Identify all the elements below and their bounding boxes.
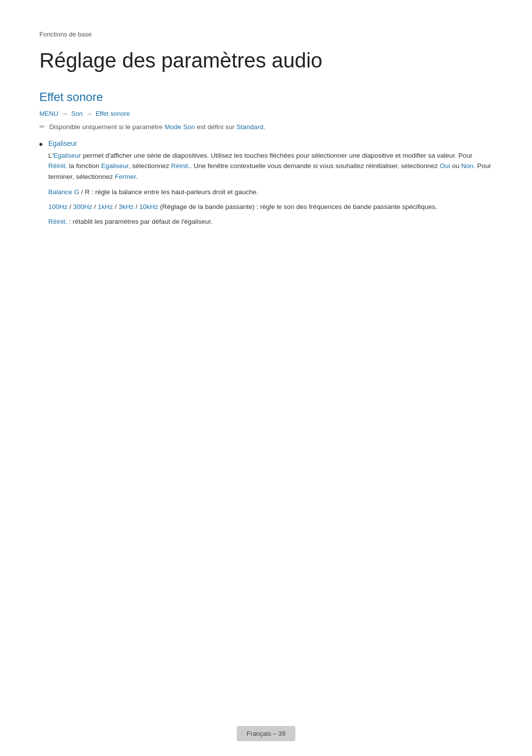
arrow2: → [86, 110, 92, 117]
balance-text: Balance G / R : règle la balance entre l… [48, 187, 493, 198]
footer-text: Français – 39 [247, 730, 286, 737]
sep3: / [113, 203, 118, 210]
desc-mid2: la fonction [67, 162, 101, 170]
pencil-icon: ✏ [39, 123, 45, 131]
bullet-section: Egaliseur L'Egaliseur permet d'afficher … [39, 139, 493, 231]
balance-link[interactable]: Balance G [48, 188, 79, 196]
reinit-final-link[interactable]: Réinit. [48, 218, 67, 225]
note-text: Disponible uniquement si le paramètre Mo… [49, 122, 265, 132]
freq-rest: (Réglage de la bande passante) : règle l… [158, 203, 437, 210]
reinit-text: Réinit. : rétablit les paramètres par dé… [48, 216, 493, 227]
desc-mid4: . Une fenêtre contextuelle vous demande … [190, 162, 439, 170]
egaliseur-title[interactable]: Egaliseur [48, 139, 493, 147]
1khz-link[interactable]: 1kHz [98, 203, 113, 210]
note-middle: est défini sur [197, 123, 236, 131]
bullet-row: Egaliseur L'Egaliseur permet d'afficher … [39, 139, 493, 231]
10khz-link[interactable]: 10kHz [139, 203, 158, 210]
100hz-link[interactable]: 100Hz [48, 203, 67, 210]
page-title: Réglage des paramètres audio [39, 48, 493, 73]
egaliseur-link2[interactable]: Egaliseur [101, 162, 129, 170]
note-row: ✏ Disponible uniquement si le paramètre … [39, 122, 493, 132]
footer: Français – 39 [237, 726, 296, 741]
desc-before: L' [48, 152, 53, 159]
bullet-content: Egaliseur L'Egaliseur permet d'afficher … [48, 139, 493, 231]
effet-link[interactable]: Effet sonore [96, 110, 130, 117]
menu-path: MENU → Son → Effet sonore [39, 110, 493, 117]
bullet-dot [39, 143, 42, 146]
breadcrumb: Fonctions de base [39, 30, 493, 38]
oui-link[interactable]: Oui [440, 162, 450, 170]
freq-text: 100Hz / 300Hz / 1kHz / 3kHz / 10kHz (Rég… [48, 202, 493, 212]
section-title: Effet sonore [39, 90, 493, 104]
menu-link[interactable]: MENU [39, 110, 58, 117]
3khz-link[interactable]: 3kHz [119, 203, 134, 210]
egaliseur-description: L'Egaliseur permet d'afficher une série … [48, 150, 493, 182]
sep4: / [133, 203, 139, 210]
egaliseur-link1[interactable]: Egaliseur [53, 152, 81, 159]
sep1: / [67, 203, 73, 210]
desc-mid1: permet d'afficher une série de diapositi… [81, 152, 472, 159]
desc-end: . [136, 173, 138, 180]
note-before: Disponible uniquement si le paramètre [49, 123, 163, 131]
son-link[interactable]: Son [71, 110, 83, 117]
note-after: . [264, 123, 266, 131]
balance-rest: / R : règle la balance entre les haut-pa… [79, 188, 258, 196]
fermer-link[interactable]: Fermer [115, 173, 136, 180]
non-link[interactable]: Non [461, 162, 473, 170]
arrow1: → [62, 110, 68, 117]
desc-mid3: , sélectionnez [129, 162, 171, 170]
page-container: Fonctions de base Réglage des paramètres… [0, 0, 532, 276]
reinit-link2[interactable]: Réinit. [171, 162, 190, 170]
standard-highlight: Standard [236, 123, 264, 131]
300hz-link[interactable]: 300Hz [73, 203, 92, 210]
mode-son-highlight: Mode Son [165, 123, 195, 131]
breadcrumb-text: Fonctions de base [39, 31, 92, 38]
reinit-link1[interactable]: Réinit. [48, 162, 67, 170]
sep2: / [92, 203, 98, 210]
reinit-rest: : rétablit les paramètres par défaut de … [67, 218, 212, 225]
desc-mid5: ou [450, 162, 462, 170]
